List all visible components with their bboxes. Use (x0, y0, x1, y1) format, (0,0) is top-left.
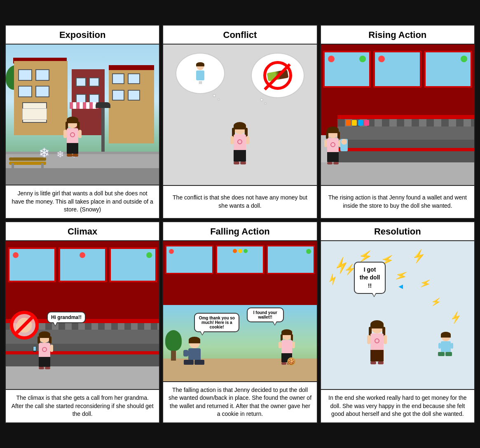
bench-leg-right (41, 163, 44, 170)
title-conflict: Conflict (163, 26, 316, 45)
b2-window-2 (89, 77, 99, 87)
small-doll (340, 139, 348, 151)
conf-head (234, 123, 246, 134)
store-sign (22, 108, 47, 120)
climax-light-3 (146, 252, 152, 258)
doll-res-head (441, 332, 450, 341)
mini-hair (196, 62, 204, 66)
scene-conflict: |||| (163, 45, 316, 185)
curb (6, 152, 159, 154)
caption-exposition: Jenny is little girl that wants a doll b… (6, 185, 159, 218)
caption-resolution: In the end she worked really hard to get… (321, 389, 474, 422)
girl-fall-hair (281, 329, 292, 335)
mini-legs: |||| (199, 80, 202, 84)
fall-win-2 (216, 245, 264, 274)
res-shoe-l (370, 361, 376, 364)
climax-win-3 (109, 247, 157, 282)
thought-dot-1 (213, 94, 216, 97)
girl-climax: Hi grandma!! (39, 332, 50, 369)
fall-windows (165, 245, 314, 274)
speech-found-wallet: I found your wallet!! (247, 307, 284, 322)
fall-tree-trunk (171, 351, 176, 361)
panel-climax: Climax (5, 221, 160, 423)
rising-braid-l (326, 131, 328, 139)
climax-win-2 (59, 247, 107, 282)
b3-w1 (112, 73, 124, 84)
b3-w4 (128, 90, 140, 101)
b2-window-3 (76, 94, 86, 103)
rising-braid-r (337, 131, 340, 139)
rising-head (328, 127, 338, 138)
title-falling: Falling Action (163, 222, 316, 241)
b2-window-4 (89, 94, 99, 103)
climax-light-1 (13, 252, 19, 258)
leg-left (67, 143, 72, 154)
conf-shoe-l (234, 162, 239, 164)
res-shoes (370, 361, 384, 364)
climax-shirt-design (42, 347, 47, 352)
res-shoe-r (378, 361, 384, 364)
girl-body (67, 128, 78, 143)
fl-2 (238, 249, 242, 253)
girl-fall-head (282, 330, 292, 340)
climax-pants (39, 357, 50, 367)
road (6, 168, 159, 185)
lightning-6: ⚡ (393, 268, 409, 284)
fall-light-1 (169, 249, 174, 254)
res-arm-l (367, 335, 370, 344)
sit-arm-l (183, 350, 188, 357)
counter-lower (337, 140, 474, 164)
climax-shoe-l (39, 367, 44, 369)
fw-tail-inner (273, 321, 276, 325)
doll-sitting (438, 332, 454, 356)
lamp-head (96, 102, 110, 108)
girl-rising (327, 127, 339, 164)
conf-leg-r (241, 150, 246, 162)
no-symbol-container (261, 59, 294, 92)
thought-dot-2 (218, 98, 220, 101)
girl-resolution (370, 321, 384, 364)
climax-windows (8, 247, 157, 282)
doll-res-body (441, 341, 451, 352)
shoe-left (67, 154, 73, 157)
building-window-2 (35, 69, 49, 81)
doll-arm-l (438, 343, 441, 349)
climax-light-2 (80, 252, 85, 258)
climax-shoes (39, 367, 50, 369)
rising-shoe-l (327, 162, 332, 164)
climax-arm-r (50, 345, 53, 352)
lightning-8: ⚡ (418, 277, 432, 291)
panel-conflict: Conflict |||| (162, 25, 317, 219)
sit-hair (189, 337, 200, 343)
mini-head (197, 63, 204, 70)
girl-head (67, 117, 78, 128)
climax-hair (39, 331, 50, 338)
scene-falling: Omg thank you so much! Here is a cookie! (163, 241, 316, 381)
title-rising: Rising Action (321, 26, 474, 45)
light-red-2 (378, 56, 385, 62)
fall-win-3 (267, 245, 315, 274)
rising-shoes (327, 162, 339, 164)
mini-body (196, 70, 204, 80)
fall-tree (165, 330, 182, 361)
rising-body (327, 138, 339, 152)
doll-leg-l (438, 352, 445, 356)
arm-right (78, 130, 82, 138)
phone-screen (33, 347, 36, 351)
girl-fall-arm-r (292, 342, 295, 348)
conf-arm-l (230, 136, 234, 144)
speech-got-doll: I got the doll !! (354, 262, 386, 294)
conf-arm-r (246, 136, 249, 144)
leg-right (73, 143, 78, 154)
caption-conflict: The conflict is that she does not have a… (163, 185, 316, 218)
panel-rising: Rising Action (320, 25, 475, 219)
building-1 (14, 61, 68, 135)
panel-resolution: Resolution ⚡ ⚡ ⚡ ⚡ ⚡ ⚡ ⚡ ⚡ I got the dol… (320, 221, 475, 423)
climax-win-1 (8, 247, 56, 282)
caption-climax: The climax is that she gets a call from … (6, 389, 159, 422)
res-body (370, 333, 384, 350)
arm-left (63, 130, 67, 138)
doll-leg-r (445, 352, 452, 356)
thought-cloud-right (251, 53, 304, 98)
girl-fall-arm-l (279, 342, 281, 348)
